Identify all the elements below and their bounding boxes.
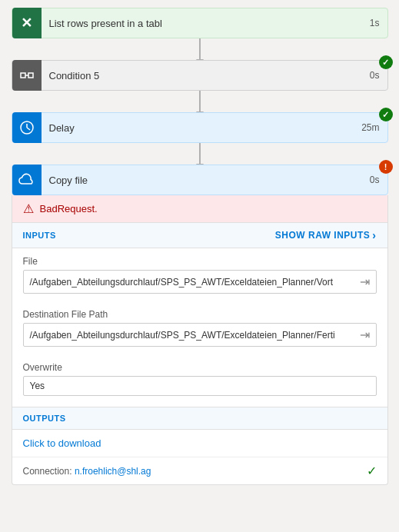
scroll-right-icon[interactable]: ⇥	[360, 274, 370, 289]
file-label: File	[23, 256, 377, 267]
verified-icon: ✓	[367, 464, 377, 478]
copy-step-duration: 0s	[362, 175, 387, 185]
condition-step[interactable]: Condition 5 0s ✓	[12, 60, 388, 91]
delay-step-label: Delay	[42, 122, 354, 134]
copy-step-label: Copy file	[42, 175, 362, 186]
inputs-section-header: INPUTS Show raw inputs ›	[12, 222, 387, 248]
connection-email[interactable]: n.froehlich@shl.ag	[75, 466, 151, 477]
condition-icon	[12, 60, 42, 91]
show-raw-label: Show raw inputs	[275, 230, 371, 241]
error-text: BadRequest.	[40, 203, 98, 214]
excel-step-duration: 1s	[362, 18, 387, 28]
svg-line-5	[27, 128, 30, 130]
connector-2	[199, 91, 201, 112]
overwrite-label: Overwrite	[23, 362, 377, 373]
connector-3	[199, 143, 201, 165]
flow-container: ✕ List rows present in a tabl 1s Conditi…	[0, 0, 399, 493]
delay-step-duration: 25m	[354, 122, 387, 133]
warning-icon: ⚠	[23, 201, 34, 216]
click-to-download-button[interactable]: Click to download	[12, 430, 387, 457]
connection-footer: Connection: n.froehlich@shl.ag ✓	[12, 457, 387, 484]
connector-1	[199, 38, 201, 60]
svg-rect-0	[21, 73, 25, 78]
destination-label: Destination File Path	[23, 309, 377, 320]
outputs-section: OUTPUTS Click to download	[12, 407, 387, 457]
error-banner: ⚠ BadRequest.	[12, 195, 387, 222]
condition-step-duration: 0s	[362, 70, 387, 81]
cloud-icon	[12, 165, 42, 195]
delay-step[interactable]: Delay 25m ✓	[12, 112, 388, 143]
copy-status-badge: !	[379, 160, 393, 174]
copy-step[interactable]: Copy file 0s !	[12, 165, 388, 195]
condition-status-badge: ✓	[379, 55, 393, 69]
file-input-group: File /Aufgaben_Abteilungsdurchlauf/SPS_P…	[12, 248, 387, 301]
excel-step-label: List rows present in a tabl	[42, 18, 362, 29]
destination-input-group: Destination File Path /Aufgaben_Abteilun…	[12, 301, 387, 354]
file-value: /Aufgaben_Abteilungsdurchlauf/SPS_PS_AWT…	[23, 270, 377, 294]
show-raw-inputs-button[interactable]: Show raw inputs ›	[275, 229, 377, 241]
outputs-label: OUTPUTS	[23, 414, 66, 423]
chevron-right-icon: ›	[372, 229, 376, 241]
condition-step-label: Condition 5	[42, 70, 362, 81]
outputs-section-header: OUTPUTS	[12, 407, 387, 430]
clock-icon	[12, 112, 42, 143]
overwrite-value: Yes	[23, 376, 377, 396]
scroll-right-icon-2[interactable]: ⇥	[360, 328, 370, 342]
excel-step[interactable]: ✕ List rows present in a tabl 1s	[12, 8, 388, 38]
delay-status-badge: ✓	[379, 108, 393, 121]
inputs-label: INPUTS	[23, 231, 56, 240]
destination-value: /Aufgaben_Abteilungsdurchlauf/SPS_PS_AWT…	[23, 323, 377, 347]
svg-rect-1	[28, 73, 33, 78]
connection-label: Connection:	[23, 466, 72, 477]
detail-panel: ⚠ BadRequest. INPUTS Show raw inputs › F…	[12, 195, 388, 485]
overwrite-input-group: Overwrite Yes	[12, 354, 387, 404]
excel-icon: ✕	[12, 8, 42, 38]
